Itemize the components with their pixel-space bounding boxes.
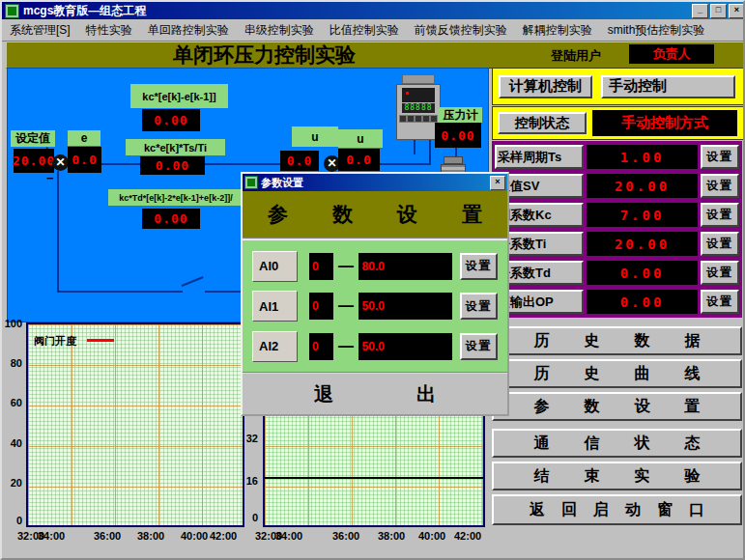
ai1-low-value: 0 (309, 293, 333, 320)
menu-ratio[interactable]: 比值控制实验 (322, 20, 407, 41)
control-status-value: 手动控制方式 (592, 110, 737, 136)
param-set-button-sv[interactable]: 设置 (701, 174, 739, 198)
ai2-set-button[interactable]: 设置 (460, 333, 498, 360)
minimize-button[interactable]: _ (692, 4, 708, 18)
experiment-banner: 单闭环压力控制实验 登陆用户 负责人 (6, 42, 745, 69)
dialog-titlebar[interactable]: 参数设置 × (243, 174, 507, 191)
dialog-title: 参数设置 (261, 176, 490, 190)
left-chart-xtick-2: 34:00 (38, 530, 65, 542)
param-set-button-td[interactable]: 设置 (701, 261, 739, 285)
pressure-gauge-label: 压力计 (439, 107, 482, 123)
right-chart-xtick-6: 42:00 (454, 530, 481, 542)
dialog-row-ai2: AI2 0 — 50.0 设置 (252, 330, 498, 363)
i-term-label: kc*e[k]*Ts/Ti (126, 139, 225, 155)
menu-smith[interactable]: smith预估控制实验 (600, 20, 713, 41)
ai0-range-dash: — (333, 258, 358, 275)
left-chart-ytick-60: 60 (3, 397, 22, 408)
param-set-button-ts[interactable]: 设置 (701, 145, 739, 169)
u1-value: 0.0 (280, 151, 319, 171)
param-value-sv: 20.00 (587, 174, 698, 198)
controller-buttons (399, 115, 438, 123)
login-user-value: 负责人 (629, 44, 714, 64)
communication-status-button[interactable]: 通信状态 (492, 429, 742, 458)
window-title: mcgs教育版—组态工程 (23, 3, 692, 19)
param-row-op: 频输出OP 0.00 设置 (495, 290, 739, 314)
param-row-sv: 定值SV 20.00 设置 (495, 174, 739, 198)
param-set-button-ti[interactable]: 设置 (701, 232, 739, 256)
dialog-row-ai0: AI0 0 — 80.0 设置 (252, 250, 498, 283)
right-chart-xtick-5: 40:00 (418, 530, 445, 542)
controller-screen (402, 88, 435, 102)
ai2-range-dash: — (333, 338, 358, 355)
ai2-low-value: 0 (309, 333, 333, 360)
setpoint-line (265, 477, 483, 479)
d-term-value: 0.00 (142, 209, 200, 229)
close-button[interactable]: × (729, 4, 745, 18)
history-curve-button[interactable]: 历史曲线 (492, 359, 742, 388)
ai1-range-dash: — (333, 297, 358, 315)
menu-decoupling[interactable]: 解耦控制实验 (515, 20, 600, 41)
dialog-header: 参数设置 (243, 191, 507, 239)
ai2-label: AI2 (252, 331, 298, 362)
ai1-high-value: 50.0 (358, 293, 452, 320)
manual-control-button[interactable]: 手动控制 (601, 75, 735, 98)
p-term-label: kc*[e[k]-e[k-1]] (130, 84, 228, 108)
u2-label: u (338, 129, 383, 148)
param-set-button-kc[interactable]: 设置 (701, 203, 739, 227)
dialog-exit-button[interactable]: 退出 (243, 372, 507, 414)
left-chart-ytick-20: 20 (3, 477, 22, 489)
restore-button[interactable]: □ (710, 4, 727, 18)
param-set-button-op[interactable]: 设置 (701, 290, 739, 314)
valve-opening-chart (26, 322, 244, 527)
dialog-row-ai1: AI1 0 — 50.0 设置 (252, 290, 498, 322)
control-status-label: 控制状态 (498, 112, 587, 134)
menu-cascade[interactable]: 串级控制实验 (237, 20, 322, 41)
setpoint-label: 设定值 (11, 130, 55, 147)
left-chart-ytick-100: 100 (3, 318, 22, 329)
wire-to-controller (375, 163, 431, 165)
parameter-settings-button[interactable]: 参数设置 (492, 392, 742, 421)
ai0-set-button[interactable]: 设置 (460, 253, 498, 280)
ai0-low-value: 0 (309, 253, 333, 280)
left-chart-xtick-5: 40:00 (181, 530, 208, 542)
menu-characteristic[interactable]: 特性实验 (78, 20, 140, 41)
dialog-body: AI0 0 — 80.0 设置 AI1 0 — 50.0 设置 AI2 0 — … (243, 239, 507, 372)
i-term-value: 0.00 (140, 156, 205, 175)
page-title: 单闭环压力控制实验 (173, 42, 356, 68)
param-value-kc: 7.00 (587, 203, 698, 227)
computer-control-button[interactable]: 计算机控制 (499, 75, 592, 98)
sum-minus-sign: − (46, 171, 54, 185)
parameter-settings-dialog: 参数设置 × 参数设置 AI0 0 — 80.0 设置 AI1 0 — 50.0… (241, 172, 509, 416)
login-user-label: 登陆用户 (551, 47, 601, 65)
error-label: e (68, 130, 100, 146)
dialog-icon (244, 176, 258, 189)
right-chart-ytick-16: 16 (243, 475, 258, 487)
feedback-wire-vertical (57, 171, 59, 293)
left-chart-ytick-40: 40 (3, 437, 22, 449)
window-titlebar: mcgs教育版—组态工程 _ □ × (2, 2, 745, 19)
right-chart-xtick-3: 36:00 (332, 530, 359, 542)
end-experiment-button[interactable]: 结束实验 (492, 462, 742, 490)
left-chart-xtick-4: 38:00 (137, 530, 164, 542)
ai0-label: AI0 (252, 251, 298, 282)
u2-value: 0.0 (338, 149, 380, 171)
switch-contact (182, 276, 204, 287)
return-start-window-button[interactable]: 返回启动窗口 (492, 494, 742, 525)
menu-system[interactable]: 系统管理[S] (2, 20, 78, 41)
right-chart-xtick-4: 38:00 (378, 530, 405, 542)
feedback-wire-horizontal (57, 291, 183, 293)
summing-junction-1: ✕ (52, 154, 69, 171)
mode-button-group: 计算机控制 手动控制 (492, 68, 744, 105)
control-status-group: 控制状态 手动控制方式 (492, 106, 744, 140)
param-row-ts: 采样周期Ts 1.00 设置 (495, 145, 739, 169)
menu-feedforward[interactable]: 前馈反馈控制实验 (407, 20, 515, 41)
history-data-button[interactable]: 历史数据 (492, 326, 742, 355)
left-chart-ytick-0: 0 (3, 515, 22, 526)
ai1-set-button[interactable]: 设置 (460, 293, 498, 320)
right-chart-ytick-0: 0 (243, 512, 258, 523)
param-row-td: 分系数Td 0.00 设置 (495, 261, 739, 285)
dialog-close-icon[interactable]: × (490, 176, 505, 190)
menu-single-loop[interactable]: 单回路控制实验 (140, 20, 237, 41)
left-chart-xtick-6: 42:00 (210, 530, 237, 542)
param-label-ts: 采样周期Ts (495, 145, 584, 169)
